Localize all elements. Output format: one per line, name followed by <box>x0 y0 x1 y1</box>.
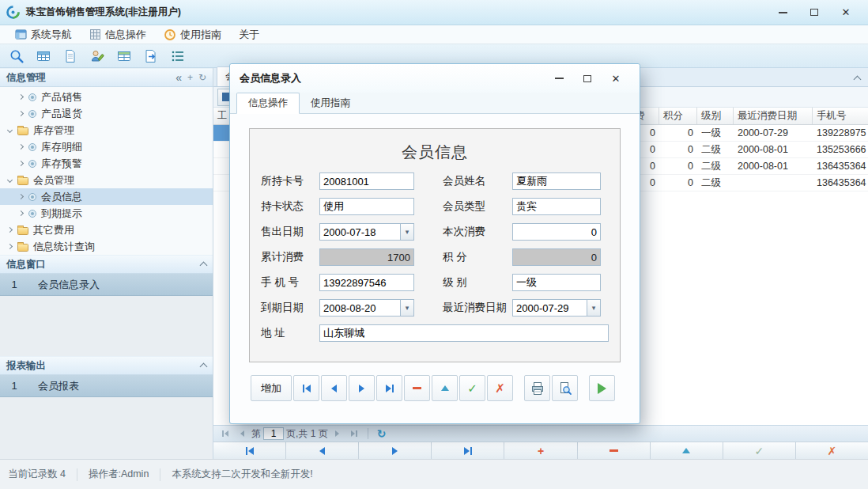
level-input[interactable] <box>512 274 601 291</box>
dialog-preview-button[interactable] <box>552 375 578 401</box>
tree-item-product-returns[interactable]: 产品退货 <box>0 105 213 122</box>
collapse-panel-icon[interactable] <box>200 363 208 371</box>
dialog-close-button[interactable]: ✕ <box>602 69 630 88</box>
nav-next-button[interactable] <box>359 442 432 459</box>
pager-next-button[interactable] <box>330 427 345 440</box>
cell[interactable]: 2000-07-29 <box>734 125 813 141</box>
tree-item-member-mgmt[interactable]: 会员管理 <box>0 172 213 188</box>
dialog-prior-button[interactable] <box>321 375 347 401</box>
expand-icon[interactable] <box>7 227 13 233</box>
dialog-cancel-button[interactable]: ✗ <box>487 375 513 401</box>
tree-item-inventory-mgmt[interactable]: 库存管理 <box>0 122 213 138</box>
cell[interactable]: 139228975 <box>813 125 868 141</box>
pager-prev-button[interactable] <box>235 427 249 440</box>
column-header[interactable]: 级别 <box>697 108 734 124</box>
pager-last-button[interactable] <box>347 427 361 440</box>
calendar-dropdown-button[interactable]: ▾ <box>400 300 413 316</box>
dialog-post-button[interactable]: ✓ <box>459 375 485 401</box>
cell[interactable]: 二级 <box>697 175 734 191</box>
menu-info-ops[interactable]: 信息操作 <box>81 26 155 44</box>
expand-icon[interactable] <box>7 244 13 249</box>
nav-prev-button[interactable] <box>286 442 359 459</box>
member-name-input[interactable] <box>512 172 601 190</box>
address-input[interactable] <box>319 324 609 342</box>
cell[interactable]: 0 <box>659 158 697 174</box>
cell[interactable]: 136435364 <box>813 175 868 191</box>
maximize-button[interactable] <box>798 2 830 23</box>
dialog-next-button[interactable] <box>349 375 375 401</box>
card-status-input[interactable] <box>319 198 414 215</box>
card-number-input[interactable] <box>319 172 414 190</box>
cell[interactable]: 2000-08-01 <box>734 158 813 174</box>
cell[interactable]: 0 <box>659 175 697 191</box>
data-table-button[interactable] <box>112 46 136 66</box>
cell[interactable]: 二级 <box>697 158 734 174</box>
list-menu-button[interactable] <box>166 46 190 66</box>
dialog-delete-button[interactable] <box>404 375 430 401</box>
dialog-last-button[interactable] <box>376 375 402 401</box>
nav-delete-button[interactable] <box>578 442 651 459</box>
collapse-icon[interactable] <box>7 177 13 183</box>
expand-icon[interactable] <box>18 94 24 100</box>
cell[interactable]: 135253666 <box>813 142 868 157</box>
expand-icon[interactable] <box>18 161 24 166</box>
dialog-execute-button[interactable] <box>589 375 615 401</box>
expand-icon[interactable] <box>18 144 24 150</box>
column-header[interactable]: 手机号 <box>813 108 868 124</box>
nav-insert-button[interactable]: + <box>504 442 577 459</box>
tree-item-other-fees[interactable]: 其它费用 <box>0 222 213 238</box>
collapse-main-button[interactable] <box>849 70 865 86</box>
menu-system-nav[interactable]: 系统导航 <box>6 26 81 44</box>
minimize-button[interactable] <box>767 2 798 23</box>
phone-input[interactable] <box>319 274 414 291</box>
member-type-input[interactable] <box>512 198 601 215</box>
expand-icon[interactable] <box>18 111 24 116</box>
info-window-item[interactable]: 1 会员信息录入 <box>0 274 213 296</box>
column-header[interactable]: 积分 <box>659 108 697 124</box>
cell[interactable]: 2000-08-01 <box>734 142 813 157</box>
document-button[interactable] <box>58 46 82 66</box>
search-button[interactable] <box>5 46 28 66</box>
refresh-tree-icon[interactable]: ↻ <box>198 73 206 82</box>
nav-last-button[interactable] <box>432 442 504 459</box>
dialog-print-button[interactable] <box>524 375 550 401</box>
pager-first-button[interactable] <box>218 427 232 440</box>
page-number-input[interactable] <box>263 427 284 440</box>
dialog-tab-user-guide[interactable]: 使用指南 <box>300 93 361 113</box>
expand-all-icon[interactable]: + <box>187 73 193 82</box>
menu-user-guide[interactable]: 使用指南 <box>155 26 230 44</box>
dialog-tab-info-ops[interactable]: 信息操作 <box>236 93 300 114</box>
current-consume-input[interactable] <box>512 223 601 241</box>
cell[interactable] <box>734 175 813 191</box>
nav-cancel-button[interactable]: ✗ <box>796 442 868 459</box>
tree-item-stats-query[interactable]: 信息统计查询 <box>0 238 213 255</box>
calendar-dropdown-button[interactable]: ▾ <box>400 224 413 240</box>
info-window-panel-header[interactable]: 信息窗口 <box>0 255 213 274</box>
collapse-sidebar-icon[interactable]: « <box>175 72 182 83</box>
nav-edit-button[interactable] <box>651 442 723 459</box>
dialog-add-button[interactable]: 增加 <box>251 375 292 401</box>
tree-item-member-info[interactable]: 会员信息 <box>0 188 213 205</box>
report-output-panel-header[interactable]: 报表输出 <box>0 356 213 375</box>
user-edit-button[interactable] <box>85 46 109 66</box>
cell[interactable]: 一级 <box>697 125 734 141</box>
nav-post-button[interactable]: ✓ <box>723 442 796 459</box>
dialog-maximize-button[interactable] <box>573 69 602 88</box>
expand-icon[interactable] <box>18 210 24 216</box>
cell[interactable]: 0 <box>659 142 697 157</box>
dialog-edit-button[interactable] <box>432 375 458 401</box>
report-output-item[interactable]: 1 会员报表 <box>0 375 213 397</box>
tree-item-inventory-detail[interactable]: 库存明细 <box>0 138 213 155</box>
info-management-panel-header[interactable]: 信息管理 « + ↻ <box>0 68 213 87</box>
collapse-panel-icon[interactable] <box>200 262 208 270</box>
sold-date-input[interactable] <box>320 224 400 240</box>
cell[interactable]: 0 <box>659 125 697 141</box>
calendar-dropdown-button[interactable]: ▾ <box>587 300 600 316</box>
last-consume-date-input[interactable] <box>513 300 587 316</box>
dialog-first-button[interactable] <box>293 375 319 401</box>
table-view-button[interactable] <box>32 46 55 66</box>
tree-item-expiry-reminder[interactable]: 到期提示 <box>0 205 213 222</box>
pager-refresh-button[interactable]: ↻ <box>375 427 389 440</box>
cell[interactable]: 136435364 <box>813 158 868 174</box>
expire-date-input[interactable] <box>320 300 400 316</box>
